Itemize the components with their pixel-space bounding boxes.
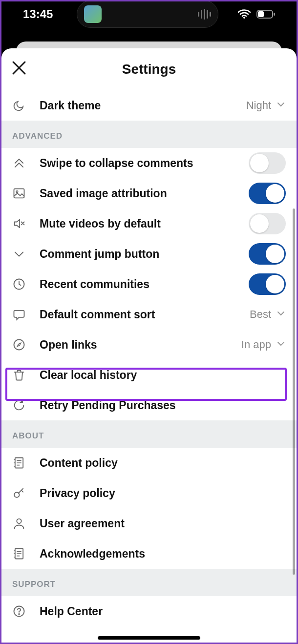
dark-theme-row[interactable]: Dark theme Night [1,90,297,121]
comment-jump-row[interactable]: Comment jump button [1,239,297,269]
clock-icon [12,277,40,291]
double-chevron-up-icon [12,156,40,170]
content-policy-row[interactable]: Content policy [1,448,297,478]
settings-sheet: Settings Dark theme Night ADVANCED Swipe… [1,48,297,643]
trash-icon [12,368,40,382]
content-policy-label: Content policy [40,457,286,470]
saved-attribution-toggle[interactable] [249,183,286,204]
retry-purchases-label: Retry Pending Purchases [40,399,286,412]
saved-attribution-row[interactable]: Saved image attribution [1,178,297,208]
now-playing-app-icon [84,5,102,23]
comment-jump-label: Comment jump button [40,248,249,261]
document-icon [12,456,40,470]
open-links-value: In app [241,338,271,351]
recent-communities-label: Recent communities [40,278,249,291]
refresh-icon [12,398,40,412]
mute-videos-label: Mute videos by default [40,217,249,230]
help-center-label: Help Center [40,605,286,618]
section-about: ABOUT [1,420,297,448]
wifi-icon [238,9,251,19]
chevron-down-icon [276,309,286,320]
chevron-down-icon [12,247,40,261]
acknowledgements-label: Acknowledgements [40,547,286,561]
comment-icon [12,308,40,321]
sheet-header: Settings [1,48,297,90]
recent-communities-toggle[interactable] [249,273,286,295]
help-icon [12,604,40,618]
scroll-indicator[interactable] [293,208,295,575]
svg-point-13 [19,614,20,615]
status-time: 13:45 [23,7,53,21]
acknowledgements-row[interactable]: Acknowledgements [1,539,297,569]
default-sort-row[interactable]: Default comment sort Best [1,299,297,330]
svg-point-7 [14,340,24,350]
mute-videos-row[interactable]: Mute videos by default [1,208,297,239]
saved-attribution-label: Saved image attribution [40,187,249,200]
privacy-policy-row[interactable]: Privacy policy [1,478,297,508]
svg-point-0 [243,17,245,19]
recent-communities-row[interactable]: Recent communities [1,269,297,299]
open-links-row[interactable]: Open links In app [1,330,297,360]
help-center-row[interactable]: Help Center [1,596,297,626]
audio-waveform-icon [198,9,211,20]
close-button[interactable] [11,60,27,78]
swipe-collapse-row[interactable]: Swipe to collapse comments [1,148,297,178]
compass-icon [12,338,40,352]
image-icon [12,187,40,200]
svg-rect-4 [14,189,24,198]
open-links-label: Open links [40,338,241,352]
svg-rect-2 [258,11,264,17]
dark-theme-label: Dark theme [40,99,246,112]
section-support: SUPPORT [1,569,297,596]
swipe-collapse-toggle[interactable] [249,152,286,174]
comment-jump-toggle[interactable] [249,243,286,265]
svg-point-10 [17,519,21,523]
chevron-down-icon [276,339,286,351]
svg-point-5 [16,191,18,193]
privacy-policy-label: Privacy policy [40,487,286,500]
mute-videos-toggle[interactable] [249,213,286,234]
mute-icon [12,217,40,230]
user-agreement-row[interactable]: User agreement [1,508,297,539]
dark-theme-value: Night [246,99,271,112]
section-advanced: ADVANCED [1,121,297,148]
status-bar: 13:45 [1,1,297,27]
moon-icon [12,99,40,112]
clear-history-label: Clear local history [40,369,286,382]
swipe-collapse-label: Swipe to collapse comments [40,157,249,170]
battery-icon [256,10,275,19]
clear-history-row[interactable]: Clear local history [1,360,297,390]
key-icon [12,486,40,500]
chevron-down-icon [276,100,286,111]
svg-rect-3 [274,13,275,16]
user-icon [12,517,40,530]
user-agreement-label: User agreement [40,517,286,530]
dynamic-island [77,1,218,28]
retry-purchases-row[interactable]: Retry Pending Purchases [1,390,297,420]
document-icon [12,547,40,561]
default-sort-value: Best [250,308,271,321]
page-title: Settings [1,62,297,77]
home-indicator[interactable] [98,636,200,640]
default-sort-label: Default comment sort [40,308,250,321]
